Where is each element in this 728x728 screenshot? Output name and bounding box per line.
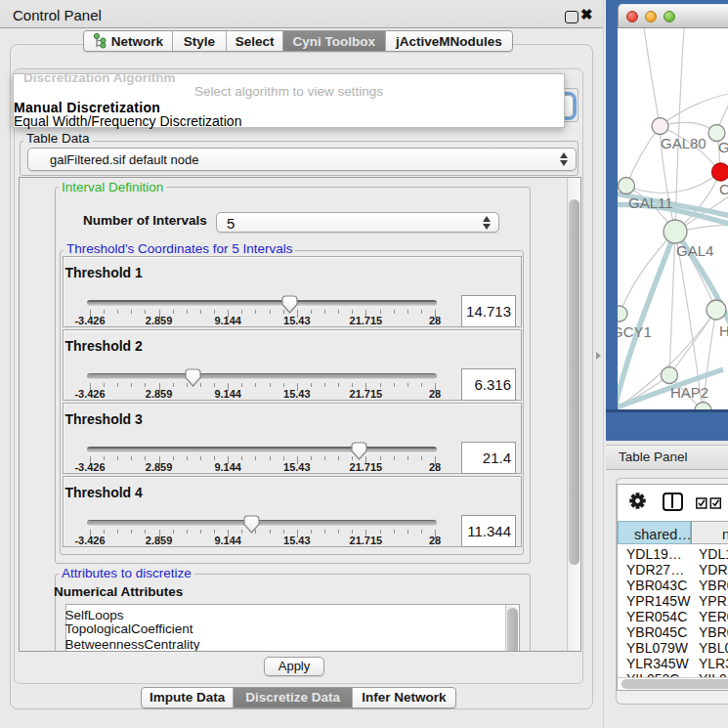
svg-text:GAL80: GAL80 [661,135,707,151]
svg-text:GA: GA [718,139,728,155]
svg-text:C: C [719,181,728,197]
svg-text:HAP2: HAP2 [670,384,708,401]
svg-text:GAL11: GAL11 [628,194,673,211]
svg-text:GAL4: GAL4 [676,242,713,259]
svg-text:GCY1: GCY1 [618,323,652,340]
svg-text:HA: HA [719,322,728,339]
